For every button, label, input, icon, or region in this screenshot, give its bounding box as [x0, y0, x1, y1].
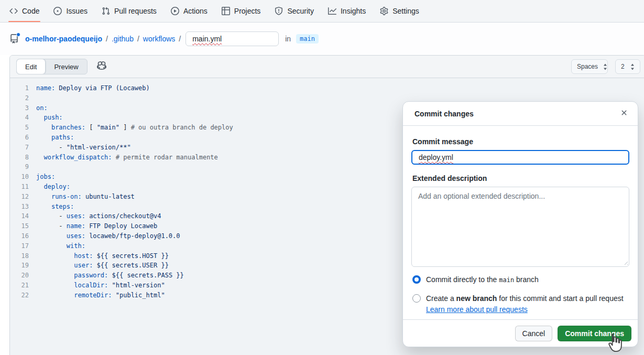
code-line[interactable]: 1name: Deploy via FTP (Locaweb) — [10, 83, 644, 93]
tab-label: Insights — [341, 7, 366, 15]
indent-size-value: 2 — [621, 63, 625, 70]
breadcrumb-dir-github[interactable]: .github — [112, 35, 134, 43]
tab-label: Issues — [66, 7, 87, 15]
indent-size-select[interactable]: 2 — [615, 59, 640, 74]
indent-mode-value: Spaces — [577, 63, 598, 70]
line-number: 18 — [10, 251, 29, 261]
edit-preview-switch: Edit Preview — [16, 59, 88, 74]
tab-pull-requests[interactable]: Pull requests — [102, 0, 157, 22]
line-number: 12 — [10, 192, 29, 202]
line-number: 2 — [10, 93, 29, 103]
radio-button[interactable] — [412, 275, 421, 284]
copilot-icon — [97, 61, 106, 72]
security-icon — [275, 7, 283, 15]
branch-badge[interactable]: main — [296, 34, 319, 44]
breadcrumb-repo-link[interactable]: o-melhor-paodequeijo — [25, 35, 102, 43]
repo-icon — [9, 34, 19, 44]
line-number: 13 — [10, 202, 29, 212]
tab-label: Projects — [234, 7, 261, 15]
settings-icon — [380, 7, 388, 15]
line-number: 21 — [10, 281, 29, 291]
line-content: runs-on: ubuntu-latest — [36, 192, 135, 202]
line-number: 15 — [10, 221, 29, 231]
line-content: - "html-version/**" — [36, 143, 131, 153]
radio-create-branch[interactable]: Create a new branch for this commit and … — [412, 293, 628, 315]
insights-icon — [328, 7, 336, 15]
tab-label: Actions — [183, 7, 208, 15]
filename-input[interactable]: main.yml — [185, 31, 279, 46]
line-number: 7 — [10, 143, 29, 153]
breadcrumb-separator: / — [179, 35, 181, 43]
tab-label: Settings — [392, 7, 419, 15]
line-number: 19 — [10, 261, 29, 271]
line-content: with: — [36, 241, 85, 251]
tab-insights[interactable]: Insights — [328, 0, 366, 22]
dialog-footer: Cancel Commit changes — [403, 319, 638, 347]
commit-changes-button[interactable]: Commit changes — [558, 326, 631, 341]
line-number: 6 — [10, 133, 29, 143]
tab-code[interactable]: Code — [9, 0, 39, 22]
line-number: 10 — [10, 172, 29, 182]
line-content: user: ${{ secrets.USER }} — [36, 261, 169, 271]
extended-description-textarea[interactable] — [411, 187, 629, 267]
line-number: 22 — [10, 291, 29, 300]
breadcrumb: o-melhor-paodequeijo / .github / workflo… — [0, 23, 644, 55]
line-number: 16 — [10, 231, 29, 241]
tab-preview[interactable]: Preview — [46, 59, 86, 74]
line-content: workflow_dispatch: # permite rodar manua… — [36, 153, 218, 163]
line-number: 17 — [10, 241, 29, 251]
line-content: jobs: — [36, 172, 55, 182]
radio-label: Create a new branch for this commit and … — [426, 293, 628, 315]
line-number: 9 — [10, 162, 29, 172]
radio-commit-directly[interactable]: Commit directly to the main branch — [412, 274, 628, 286]
line-number: 5 — [10, 123, 29, 133]
copilot-button[interactable] — [97, 61, 106, 72]
commit-changes-dialog: Commit changes Commit message deploy.yml… — [402, 101, 638, 347]
tab-projects[interactable]: Projects — [222, 0, 261, 22]
cancel-button[interactable]: Cancel — [515, 326, 553, 341]
commit-message-input[interactable]: deploy.yml — [411, 150, 629, 165]
editor-toolbar: Edit Preview Spaces 2 — [10, 56, 644, 78]
breadcrumb-dir-workflows[interactable]: workflows — [143, 35, 175, 43]
learn-more-link[interactable]: Learn more about pull requests — [426, 305, 528, 314]
line-content: paths: — [36, 133, 74, 143]
line-content: push: — [36, 113, 63, 123]
dialog-title: Commit changes — [414, 110, 474, 118]
close-icon — [620, 109, 628, 119]
caret-updown-icon — [630, 63, 635, 70]
tab-edit[interactable]: Edit — [17, 59, 46, 74]
line-number: 8 — [10, 153, 29, 163]
line-number: 14 — [10, 211, 29, 221]
filename-value: main.yml — [192, 35, 222, 43]
breadcrumb-separator: / — [137, 35, 139, 43]
line-number: 4 — [10, 113, 29, 123]
projects-icon — [222, 7, 230, 15]
line-number: 3 — [10, 103, 29, 113]
indent-mode-select[interactable]: Spaces — [571, 59, 608, 74]
breadcrumb-separator: / — [106, 35, 108, 43]
line-number: 11 — [10, 182, 29, 192]
line-content: uses: locaweb/ftp-deploy@1.0.0 — [36, 231, 180, 241]
line-content: - name: FTP Deploy Locaweb — [36, 221, 157, 231]
tab-actions[interactable]: Actions — [171, 0, 208, 22]
radio-button[interactable] — [412, 294, 421, 303]
line-content: remoteDir: "public_html" — [36, 291, 165, 300]
line-number: 1 — [10, 83, 29, 93]
commit-message-value: deploy.yml — [419, 153, 453, 162]
line-content: password: ${{ secrets.PASS }} — [36, 271, 184, 281]
dialog-header: Commit changes — [403, 102, 638, 126]
tab-issues[interactable]: Issues — [53, 0, 87, 22]
tab-label: Pull requests — [114, 7, 157, 15]
line-content: branches: [ "main" ] # ou outra branch d… — [36, 123, 233, 133]
tab-label: Code — [22, 7, 39, 15]
line-content: on: — [36, 103, 48, 113]
actions-icon — [171, 7, 179, 15]
line-content: - uses: actions/checkout@v4 — [36, 211, 161, 221]
extended-description-label: Extended description — [412, 174, 628, 182]
tab-security[interactable]: Security — [275, 0, 314, 22]
dialog-close-button[interactable] — [616, 105, 632, 122]
radio-label: Commit directly to the main branch — [426, 274, 539, 286]
pull-request-icon — [102, 7, 110, 15]
tab-settings[interactable]: Settings — [380, 0, 419, 22]
line-number: 20 — [10, 271, 29, 281]
